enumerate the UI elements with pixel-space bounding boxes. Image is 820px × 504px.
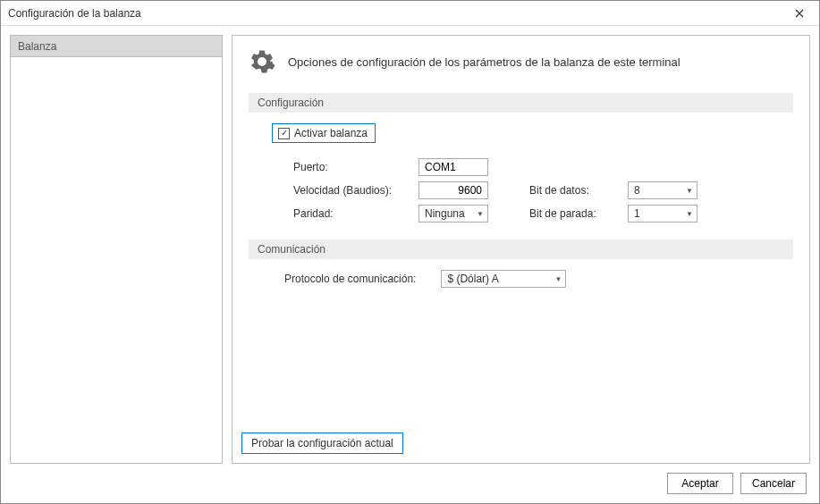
protocol-value: $ (Dólar) A xyxy=(442,273,551,285)
protocol-select[interactable]: $ (Dólar) A ▼ xyxy=(441,270,566,288)
panel-header: Opciones de configuración de los parámet… xyxy=(249,48,793,75)
stopbits-label: Bit de parada: xyxy=(529,207,628,220)
test-config-button[interactable]: Probar la configuración actual xyxy=(241,433,403,454)
comm-fields: Protocolo de comunicación: $ (Dólar) A ▼ xyxy=(249,270,793,288)
accept-button[interactable]: Aceptar xyxy=(667,473,733,494)
databits-select[interactable]: 8 ▼ xyxy=(628,181,697,199)
baud-input[interactable] xyxy=(418,181,488,199)
window-title: Configuración de la balanza xyxy=(8,7,141,20)
databits-value: 8 xyxy=(629,184,682,197)
baud-label: Velocidad (Baudios): xyxy=(293,184,418,197)
port-input[interactable] xyxy=(418,158,488,176)
chevron-down-icon: ▼ xyxy=(682,210,697,218)
parity-value: Ninguna xyxy=(419,207,473,220)
activate-balanza-label: Activar balanza xyxy=(294,127,368,139)
dialog-footer: Aceptar Cancelar xyxy=(1,464,819,503)
parity-select[interactable]: Ninguna ▼ xyxy=(418,205,488,223)
sidebar-item-balanza[interactable]: Balanza xyxy=(11,36,222,57)
chevron-down-icon: ▼ xyxy=(551,275,565,283)
sidebar: Balanza xyxy=(10,35,223,464)
config-fields: Puerto: Velocidad (Baudios): Bit de dato… xyxy=(249,155,793,225)
databits-label: Bit de datos: xyxy=(529,184,628,197)
section-header-comm: Comunicación xyxy=(249,239,793,259)
titlebar: Configuración de la balanza xyxy=(1,1,819,26)
gear-icon xyxy=(249,48,275,75)
main-panel: Opciones de configuración de los parámet… xyxy=(232,35,810,464)
cancel-button[interactable]: Cancelar xyxy=(740,473,807,494)
protocol-label: Protocolo de comunicación: xyxy=(284,273,416,285)
stopbits-select[interactable]: 1 ▼ xyxy=(628,205,697,223)
content-area: Balanza Opciones de configuración de los… xyxy=(1,26,819,464)
check-icon: ✓ xyxy=(278,128,290,139)
section-header-config: Configuración xyxy=(249,93,793,113)
close-button[interactable] xyxy=(780,1,819,26)
port-label: Puerto: xyxy=(293,161,418,173)
chevron-down-icon: ▼ xyxy=(473,210,487,218)
chevron-down-icon: ▼ xyxy=(682,187,697,195)
panel-header-text: Opciones de configuración de los parámet… xyxy=(288,55,681,69)
parity-label: Paridad: xyxy=(293,207,418,220)
stopbits-value: 1 xyxy=(629,207,682,220)
close-icon xyxy=(795,9,804,18)
activate-balanza-checkbox[interactable]: ✓ Activar balanza xyxy=(272,123,376,143)
